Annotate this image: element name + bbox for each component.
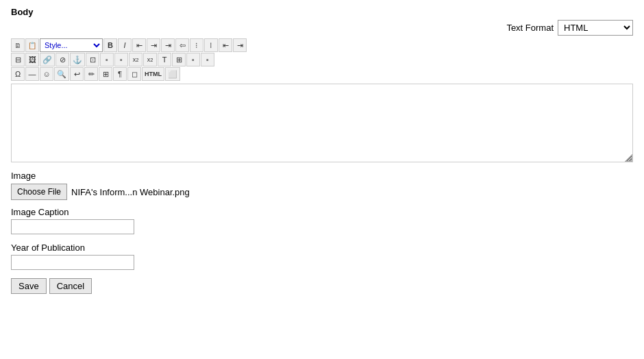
paragraph-btn[interactable]: ¶: [113, 67, 127, 81]
ordered-list-btn[interactable]: ⁞: [204, 38, 218, 52]
smiley-btn[interactable]: ☺: [40, 67, 53, 81]
style-select[interactable]: Style...: [40, 40, 102, 50]
superscript-btn[interactable]: x2: [129, 53, 143, 66]
resize-handle[interactable]: [624, 153, 632, 162]
source-btn[interactable]: 🗎: [11, 38, 25, 52]
image-label: Image: [11, 171, 633, 181]
choose-file-button[interactable]: Choose File: [11, 184, 67, 200]
format-btn[interactable]: ⊟: [11, 53, 25, 66]
cancel-button[interactable]: Cancel: [49, 278, 92, 294]
year-of-publication-section: Year of Publication: [11, 243, 633, 270]
align-justify-btn[interactable]: ⇦: [175, 38, 189, 52]
link-btn[interactable]: 🔗: [40, 53, 55, 66]
window-btn[interactable]: ⬜: [165, 67, 180, 81]
image-caption-section: Image Caption: [11, 207, 633, 234]
body-section-label: Body: [11, 7, 633, 17]
sp1-btn[interactable]: ▪: [186, 53, 200, 66]
undo-btn[interactable]: ↩: [70, 67, 84, 81]
table-btn[interactable]: ⊞: [172, 53, 186, 66]
grid-btn[interactable]: ⊞: [99, 67, 112, 81]
clipboard-btn[interactable]: 📋: [25, 38, 39, 52]
image-caption-label: Image Caption: [11, 207, 633, 217]
year-of-publication-label: Year of Publication: [11, 243, 633, 253]
omega-btn[interactable]: Ω: [11, 67, 25, 81]
align-right-btn[interactable]: ⇥: [161, 38, 175, 52]
pagebreak-btn[interactable]: ⊡: [86, 53, 99, 66]
image-caption-input[interactable]: [11, 219, 134, 234]
file-name-display: NIFA's Inform...n Webinar.png: [71, 187, 190, 197]
blk2-btn[interactable]: ▪: [114, 53, 128, 66]
unlink-btn[interactable]: ⊘: [55, 53, 69, 66]
blk1-btn[interactable]: ▪: [100, 53, 114, 66]
html-btn[interactable]: HTML: [142, 67, 164, 81]
editor-content[interactable]: [12, 84, 632, 162]
text-format-select[interactable]: HTML Plain Text: [558, 20, 633, 36]
subscript-btn[interactable]: x2: [143, 53, 157, 66]
anchor-btn[interactable]: ⚓: [70, 53, 85, 66]
text-format-label: Text Format: [506, 23, 554, 33]
align-center-btn[interactable]: ⇥: [147, 38, 160, 52]
indent-btn[interactable]: ⇥: [233, 38, 247, 52]
edit-btn[interactable]: ✏: [84, 67, 98, 81]
style-dropdown[interactable]: Style...: [40, 38, 103, 52]
mark-btn[interactable]: T: [158, 53, 171, 66]
align-left-btn[interactable]: ⇤: [132, 38, 146, 52]
dash-btn[interactable]: —: [25, 67, 39, 81]
outdent-btn[interactable]: ⇤: [219, 38, 232, 52]
save-button[interactable]: Save: [11, 278, 47, 294]
italic-btn[interactable]: I: [118, 38, 132, 52]
search-btn[interactable]: 🔍: [54, 67, 69, 81]
actions-row: Save Cancel: [11, 278, 633, 294]
insert-image-btn[interactable]: 🖼: [25, 53, 39, 66]
bold-btn[interactable]: B: [103, 38, 117, 52]
sp2-btn[interactable]: ▪: [201, 53, 214, 66]
editor-area: [11, 84, 633, 162]
unordered-list-btn[interactable]: ⁝: [190, 38, 203, 52]
div-btn[interactable]: ◻: [127, 67, 141, 81]
year-of-publication-input[interactable]: [11, 255, 134, 270]
image-section: Image Choose File NIFA's Inform...n Webi…: [11, 171, 633, 200]
